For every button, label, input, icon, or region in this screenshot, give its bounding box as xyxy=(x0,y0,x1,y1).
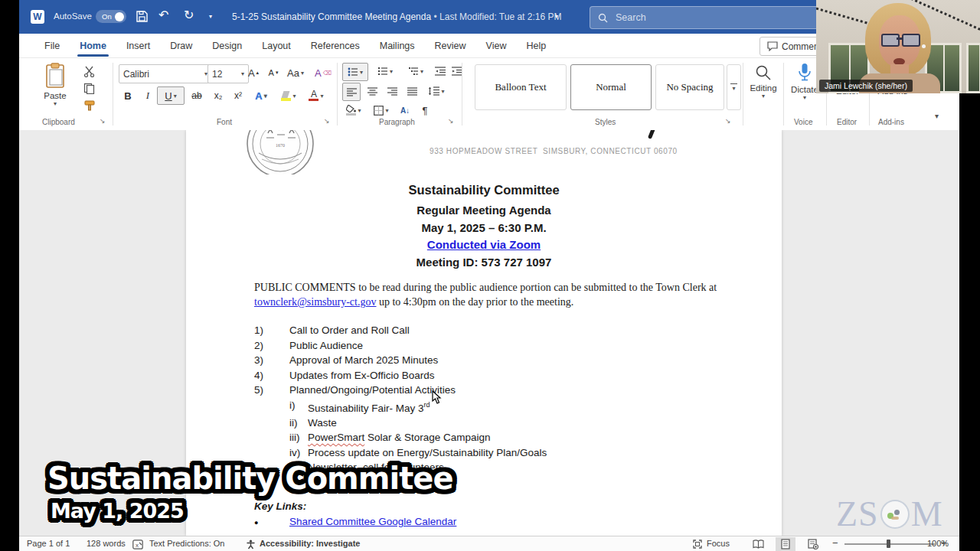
style-no-spacing[interactable]: No Spacing xyxy=(655,64,724,110)
editing-button[interactable]: Editing ▾ xyxy=(746,64,780,99)
underline-button[interactable]: U▾ xyxy=(157,86,185,105)
town-seal: 1670 xyxy=(245,130,315,174)
search-box[interactable] xyxy=(590,6,830,29)
window-behind xyxy=(966,43,980,93)
tab-references[interactable]: References xyxy=(301,35,370,57)
change-case-button[interactable]: Aa▾ xyxy=(287,64,304,81)
zoom-percent[interactable]: 100% xyxy=(927,539,949,548)
qat-more-icon[interactable]: ▾ xyxy=(209,13,212,20)
list-item: 4)Updates from Ex-Officio Boards xyxy=(254,368,744,383)
highlight-color-button[interactable]: ▾ xyxy=(281,87,296,104)
zoom-slider-thumb[interactable] xyxy=(887,540,890,548)
tab-draw[interactable]: Draw xyxy=(160,35,202,57)
text-effects-button[interactable]: A▾ xyxy=(253,87,269,104)
redo-icon[interactable]: ↻ xyxy=(184,8,194,22)
search-input[interactable] xyxy=(614,11,822,24)
styles-group-label: Styles xyxy=(595,118,616,126)
format-painter-icon[interactable] xyxy=(83,99,96,111)
autosave-knob xyxy=(115,12,124,21)
tab-design[interactable]: Design xyxy=(202,35,252,57)
word-icon: W xyxy=(31,10,44,24)
text-predictions-icon[interactable]: x xyxy=(132,540,143,549)
save-icon[interactable] xyxy=(136,10,149,23)
font-name-select[interactable]: Calibri▾ xyxy=(119,64,212,83)
align-center-button[interactable] xyxy=(364,83,381,99)
line-spacing-button[interactable]: ▾ xyxy=(425,83,448,99)
page-count[interactable]: Page 1 of 1 xyxy=(27,539,70,548)
tab-home[interactable]: Home xyxy=(70,35,116,57)
list-item: iii)PowerSmart Solar & Storage Campaign xyxy=(289,430,744,445)
tab-review[interactable]: Review xyxy=(425,35,476,57)
font-size-select[interactable]: 12▾ xyxy=(207,64,249,83)
paste-button[interactable]: Paste ▾ xyxy=(33,63,77,107)
grow-font-button[interactable]: A▴ xyxy=(246,64,261,81)
borders-button[interactable]: ▾ xyxy=(370,102,393,119)
voice-group-label: Voice xyxy=(794,118,812,126)
sort-button[interactable]: A↓ xyxy=(397,102,413,119)
paragraph-mark-button[interactable]: ¶ xyxy=(417,102,433,119)
numbering-button[interactable]: ▾ xyxy=(373,63,397,80)
read-mode-icon[interactable] xyxy=(748,537,768,551)
font-dialog-launcher-icon[interactable]: ↘ xyxy=(324,117,330,125)
tab-insert[interactable]: Insert xyxy=(116,35,160,57)
key-links-label: Key Links: xyxy=(254,500,306,512)
bullet-glyph: ● xyxy=(254,516,289,530)
accessibility-status[interactable]: Accessibility: Investigate xyxy=(260,539,360,548)
shared-calendar-link[interactable]: Shared Committee Google Calendar xyxy=(289,516,456,530)
zoom-out-button[interactable]: − xyxy=(832,537,838,549)
bold-button[interactable]: B xyxy=(120,87,136,104)
list-item: ii)Waste xyxy=(289,416,744,431)
subscript-button[interactable]: x₂ xyxy=(211,87,226,104)
paragraph-dialog-launcher-icon[interactable]: ↘ xyxy=(448,117,454,125)
clipboard-group-label: Clipboard xyxy=(42,118,75,126)
shading-button[interactable]: ▾ xyxy=(342,102,365,119)
style-balloon-text[interactable]: Balloon Text xyxy=(475,64,567,110)
strikethrough-button[interactable]: ab xyxy=(189,87,204,104)
clipboard-dialog-launcher-icon[interactable]: ↘ xyxy=(100,117,106,125)
print-layout-icon[interactable] xyxy=(776,537,795,551)
text-predictions-status[interactable]: Text Predictions: On xyxy=(149,539,224,548)
autosave-toggle[interactable]: On xyxy=(96,10,126,23)
shrink-font-button[interactable]: A▾ xyxy=(266,64,281,81)
multilevel-list-button[interactable]: ▾ xyxy=(403,63,428,80)
undo-icon[interactable]: ↶ xyxy=(158,8,168,22)
tab-file[interactable]: File xyxy=(34,35,70,57)
align-left-button[interactable] xyxy=(342,83,361,101)
justify-button[interactable] xyxy=(403,83,420,99)
tab-help[interactable]: Help xyxy=(516,35,556,57)
glasses-right-lens xyxy=(902,34,920,47)
accessibility-icon xyxy=(246,540,256,549)
town-clerk-email-link[interactable]: townclerk@simsbury-ct.gov xyxy=(254,296,376,308)
focus-button[interactable]: Focus xyxy=(707,539,730,548)
word-count[interactable]: 128 words xyxy=(87,539,126,548)
screen-frame: W AutoSave On ↶ ↻ ▾ 5-1-25 Sustainabilit… xyxy=(0,0,980,551)
collapse-ribbon-icon[interactable]: ▾ xyxy=(935,112,939,120)
conducted-via-zoom-link[interactable]: Conducted via Zoom xyxy=(427,238,541,251)
style-normal[interactable]: Normal xyxy=(570,64,652,110)
earbud xyxy=(922,44,926,48)
increase-indent-button[interactable] xyxy=(449,63,465,80)
paste-dropdown-icon[interactable]: ▾ xyxy=(54,100,57,107)
tab-layout[interactable]: Layout xyxy=(252,35,301,57)
cut-icon[interactable] xyxy=(83,66,95,77)
copy-icon[interactable] xyxy=(83,83,95,94)
zoom-watermark: ZS M xyxy=(836,494,943,534)
styles-gallery-more-icon[interactable]: ▾ xyxy=(727,64,741,110)
bullets-button[interactable]: ▾ xyxy=(342,63,368,81)
font-color-button[interactable]: A ▾ xyxy=(309,87,324,104)
tab-view[interactable]: View xyxy=(476,35,517,57)
superscript-button[interactable]: x² xyxy=(230,87,246,104)
web-layout-icon[interactable] xyxy=(803,537,823,551)
decrease-indent-button[interactable] xyxy=(433,63,448,80)
clear-formatting-button[interactable]: A⌫ xyxy=(315,64,332,81)
title-chevron-icon[interactable]: ▾ xyxy=(555,13,558,20)
tab-mailings[interactable]: Mailings xyxy=(370,35,425,57)
italic-button[interactable]: I xyxy=(140,87,155,104)
agenda-list: 1)Call to Order and Roll Call 2)Public A… xyxy=(254,323,744,475)
participant-video-tile[interactable]: Jami Lewchik (she/her) xyxy=(816,0,980,93)
font-group-label: Font xyxy=(217,118,232,126)
styles-dialog-launcher-icon[interactable]: ↘ xyxy=(725,117,731,125)
chevron-down-icon: ▾ xyxy=(241,70,244,77)
list-item: iv)Process update on Energy/Sustainabili… xyxy=(289,445,744,461)
align-right-button[interactable] xyxy=(384,83,400,99)
